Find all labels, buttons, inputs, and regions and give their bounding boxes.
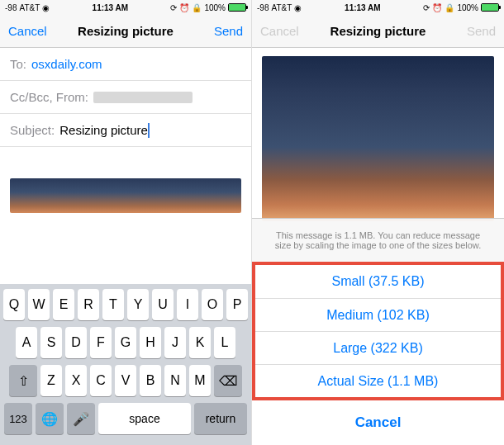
key-l[interactable]: L: [214, 327, 235, 358]
from-value-redacted: [93, 92, 193, 103]
cancel-button: Cancel: [260, 24, 303, 38]
status-time: 11:13 AM: [345, 3, 381, 12]
size-option-medium[interactable]: Medium (102 KB): [255, 298, 501, 331]
alarm-icon: ⏰: [432, 3, 442, 12]
compose-fields: To: osxdaily.com Cc/Bcc, From: Subject: …: [0, 48, 251, 147]
to-field[interactable]: To: osxdaily.com: [0, 48, 251, 81]
key-a[interactable]: A: [16, 327, 37, 358]
key-n[interactable]: N: [164, 365, 186, 396]
subject-label: Subject:: [10, 123, 55, 137]
status-bar: -98 AT&T ◉ 11:13 AM ⟳ ⏰ 🔒 100%: [0, 0, 251, 15]
nav-bar: Cancel Resizing picture Send: [0, 15, 251, 48]
key-e[interactable]: E: [53, 289, 74, 320]
carrier-label: AT&T: [19, 3, 40, 12]
ccbcc-field[interactable]: Cc/Bcc, From:: [0, 81, 251, 114]
image-attachment-preview[interactable]: [10, 178, 241, 213]
key-i[interactable]: I: [177, 289, 198, 320]
text-cursor: [148, 123, 150, 138]
lock-icon: 🔒: [192, 3, 202, 12]
key-s[interactable]: S: [40, 327, 62, 358]
key-m[interactable]: M: [189, 365, 211, 396]
key-o[interactable]: O: [202, 289, 223, 320]
key-z[interactable]: Z: [40, 365, 62, 396]
battery-icon: [228, 3, 246, 12]
image-attachment-preview: [262, 56, 494, 221]
key-q[interactable]: Q: [3, 289, 25, 320]
signal-strength: -98: [257, 3, 269, 12]
key-w[interactable]: W: [28, 289, 50, 320]
ccbcc-label: Cc/Bcc, From:: [10, 90, 88, 104]
key-r[interactable]: R: [78, 289, 99, 320]
size-option-actual[interactable]: Actual Size (1.1 MB): [255, 364, 501, 397]
key-k[interactable]: K: [189, 327, 211, 358]
send-button: Send: [453, 24, 496, 38]
lock-icon: 🔒: [445, 3, 454, 12]
wifi-icon: ◉: [42, 3, 50, 12]
alarm-icon: ⏰: [179, 3, 189, 12]
subject-field[interactable]: Subject: Resizing picture: [0, 114, 251, 147]
size-option-large[interactable]: Large (322 KB): [255, 331, 501, 364]
orientation-lock-icon: ⟳: [170, 3, 177, 12]
right-screenshot: -98 AT&T ◉ 11:13 AM ⟳ ⏰ 🔒 100% Cancel Re…: [252, 0, 504, 445]
key-c[interactable]: C: [90, 365, 112, 396]
status-time: 11:13 AM: [93, 3, 129, 12]
status-bar: -98 AT&T ◉ 11:13 AM ⟳ ⏰ 🔒 100%: [252, 0, 504, 15]
keyboard: QWERTYUIOP ASDFGHJKL ⇧ZXCVBNM⌫ 123 🌐 🎤 s…: [0, 284, 251, 445]
battery-icon: [481, 3, 499, 12]
key-x[interactable]: X: [65, 365, 87, 396]
key-v[interactable]: V: [115, 365, 136, 396]
key-g[interactable]: G: [115, 327, 136, 358]
return-key[interactable]: return: [194, 403, 247, 434]
key-p[interactable]: P: [226, 289, 248, 320]
battery-percent: 100%: [204, 3, 226, 12]
carrier-label: AT&T: [271, 3, 292, 12]
subject-value: Resizing picture: [59, 123, 148, 137]
sheet-options-highlighted: Small (37.5 KB) Medium (102 KB) Large (3…: [252, 262, 504, 400]
nav-bar: Cancel Resizing picture Send: [252, 15, 504, 48]
key-u[interactable]: U: [152, 289, 174, 320]
key-j[interactable]: J: [164, 327, 186, 358]
cancel-button[interactable]: Cancel: [8, 24, 51, 38]
action-sheet: This message is 1.1 MB. You can reduce m…: [252, 218, 504, 445]
send-button[interactable]: Send: [200, 24, 243, 38]
orientation-lock-icon: ⟳: [423, 3, 430, 12]
to-value: osxdaily.com: [31, 57, 102, 71]
sheet-info-text: This message is 1.1 MB. You can reduce m…: [252, 218, 504, 262]
globe-key[interactable]: 🌐: [36, 403, 64, 434]
numbers-key[interactable]: 123: [4, 403, 32, 434]
key-d[interactable]: D: [65, 327, 87, 358]
key-y[interactable]: Y: [127, 289, 149, 320]
backspace-key[interactable]: ⌫: [214, 365, 242, 396]
key-b[interactable]: B: [140, 365, 161, 396]
nav-title: Resizing picture: [78, 24, 174, 38]
size-option-small[interactable]: Small (37.5 KB): [255, 265, 501, 298]
key-f[interactable]: F: [90, 327, 112, 358]
sheet-cancel-button[interactable]: Cancel: [258, 406, 498, 439]
space-key[interactable]: space: [98, 403, 191, 434]
body-area[interactable]: [0, 147, 251, 178]
key-h[interactable]: H: [140, 327, 161, 358]
to-label: To:: [10, 57, 26, 71]
signal-strength: -98: [5, 3, 17, 12]
mic-key[interactable]: 🎤: [67, 403, 95, 434]
shift-key[interactable]: ⇧: [9, 365, 37, 396]
key-t[interactable]: T: [102, 289, 124, 320]
nav-title: Resizing picture: [330, 24, 426, 38]
battery-percent: 100%: [457, 3, 478, 12]
left-screenshot: -98 AT&T ◉ 11:13 AM ⟳ ⏰ 🔒 100% Cancel Re…: [0, 0, 252, 445]
wifi-icon: ◉: [294, 3, 302, 12]
